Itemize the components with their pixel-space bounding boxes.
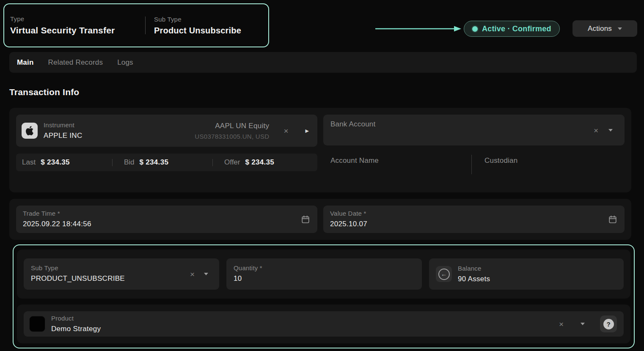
offer-value: $ 234.35 [245, 158, 274, 167]
status-badge: Active · Confirmed [464, 21, 560, 37]
calendar-icon[interactable] [608, 215, 617, 224]
clear-icon[interactable]: × [283, 127, 288, 135]
question-icon: ? [603, 319, 614, 329]
instrument-card: Instrument APPLE INC AAPL UN Equity US03… [9, 108, 631, 192]
account-info-row: Account Name Custodian [323, 155, 625, 174]
chevron-down-icon[interactable] [581, 323, 585, 325]
chevron-down-icon [618, 27, 622, 30]
subtype-value: Product Unsubscribe [154, 26, 241, 36]
quantity-value: 10 [234, 274, 415, 283]
bank-account-select[interactable]: Bank Account × [323, 115, 625, 145]
status-dot-icon [472, 26, 478, 32]
type-subtype-panel: Type Virtual Security Transfer Sub Type … [3, 3, 269, 47]
instrument-ticker-block: AAPL UN Equity US0378331005.UN, USD [195, 122, 269, 140]
instrument-isin: US0378331005.UN, USD [195, 133, 269, 140]
tab-logs[interactable]: Logs [117, 58, 133, 67]
custodian-cell: Custodian [472, 155, 517, 165]
product-value: Demo Strategy [51, 325, 101, 333]
account-name-label: Account Name [330, 156, 379, 165]
instrument-text: Instrument APPLE INC [44, 121, 83, 140]
product-label: Product [51, 315, 101, 322]
tab-related-records[interactable]: Related Records [48, 58, 103, 67]
last-value: $ 234.35 [41, 158, 70, 167]
balance-field: ← Balance 90 Assets [429, 258, 624, 290]
type-value: Virtual Security Transfer [10, 25, 145, 36]
bid-label: Bid [124, 158, 135, 167]
back-arrow-glyph: ← [441, 271, 447, 277]
bank-account-column: Bank Account × Account Name Custodian [323, 115, 625, 186]
page: Type Virtual Security Transfer Sub Type … [0, 0, 644, 351]
price-bar: Last $ 234.35 Bid $ 234.35 Offer $ 234.3… [16, 154, 317, 171]
subtype-field-label: Sub Type [31, 264, 212, 271]
help-button[interactable]: ? [600, 315, 617, 332]
clear-icon[interactable]: × [594, 126, 598, 134]
instrument-ticker: AAPL UN Equity [195, 122, 269, 130]
product-logo-icon [29, 316, 45, 332]
value-date-field[interactable]: Value Date * 2025.10.07 [323, 206, 625, 233]
subtype-group: Sub Type Product Unsubscribe [154, 16, 241, 36]
back-arrow-circle: ← [438, 269, 450, 280]
clear-icon[interactable]: × [190, 270, 195, 278]
trade-time-field[interactable]: Trade Time * 2025.09.22 18:44:56 [16, 206, 317, 233]
actions-label: Actions [588, 25, 612, 33]
apple-logo-icon [22, 123, 38, 139]
header-divider [145, 16, 146, 34]
balance-value: 90 Assets [458, 275, 490, 283]
trade-time-value: 2025.09.22 18:44:56 [23, 220, 311, 228]
bid-price: Bid $ 234.35 [124, 158, 201, 167]
instrument-column: Instrument APPLE INC AAPL UN Equity US03… [16, 115, 317, 186]
back-arrow-icon[interactable]: ← [436, 266, 452, 282]
subtype-select[interactable]: Sub Type PRODUCT_UNSUBSCRIBE × [24, 258, 219, 290]
price-divider [112, 159, 113, 166]
status-text: Active · Confirmed [482, 25, 551, 33]
product-text: Product Demo Strategy [51, 315, 101, 333]
question-glyph: ? [606, 321, 610, 328]
type-group: Type Virtual Security Transfer [10, 15, 145, 36]
subtype-text: Sub Type PRODUCT_UNSUBSCRIBE [31, 264, 212, 283]
bid-value: $ 234.35 [140, 158, 169, 167]
trade-time-label: Trade Time * [23, 210, 311, 217]
quantity-input[interactable]: Quantity * 10 [226, 258, 422, 290]
quantity-text: Quantity * 10 [234, 264, 415, 283]
highlighted-section: Sub Type PRODUCT_UNSUBSCRIBE × Quantity … [13, 244, 635, 348]
bank-account-label: Bank Account [330, 120, 617, 129]
account-name-cell: Account Name [323, 155, 471, 165]
offer-price: Offer $ 234.35 [224, 158, 274, 167]
value-date-text: Value Date * 2025.10.07 [330, 210, 618, 228]
annotation-arrow-icon [374, 25, 462, 33]
tab-bar: Main Related Records Logs [9, 52, 637, 73]
subtype-quantity-card: Sub Type PRODUCT_UNSUBSCRIBE × Quantity … [17, 250, 630, 299]
chevron-down-icon[interactable] [204, 273, 208, 275]
section-title: Transaction Info [9, 87, 79, 97]
balance-label: Balance [458, 265, 490, 272]
subtype-label: Sub Type [154, 16, 241, 23]
actions-button[interactable]: Actions [572, 20, 637, 37]
instrument-value: APPLE INC [44, 132, 83, 140]
chevron-down-icon[interactable] [608, 129, 613, 132]
quantity-label: Quantity * [234, 264, 415, 271]
product-select[interactable]: Product Demo Strategy × ? [24, 311, 624, 337]
datetime-card: Trade Time * 2025.09.22 18:44:56 Value D… [9, 199, 631, 240]
calendar-icon[interactable] [301, 215, 310, 224]
subtype-field-value: PRODUCT_UNSUBSCRIBE [31, 274, 212, 283]
instrument-label: Instrument [44, 121, 83, 129]
offer-label: Offer [224, 158, 240, 167]
last-price: Last $ 234.35 [22, 158, 101, 167]
value-date-label: Value Date * [330, 210, 618, 217]
price-divider [212, 159, 213, 166]
balance-text: Balance 90 Assets [458, 265, 490, 283]
instrument-select[interactable]: Instrument APPLE INC AAPL UN Equity US03… [16, 115, 317, 147]
trade-time-text: Trade Time * 2025.09.22 18:44:56 [23, 210, 311, 228]
value-date-value: 2025.10.07 [330, 220, 618, 228]
last-label: Last [22, 158, 36, 167]
tab-main[interactable]: Main [17, 58, 34, 67]
type-label: Type [10, 15, 145, 22]
expand-icon[interactable]: ▶ [305, 128, 309, 134]
clear-icon[interactable]: × [559, 320, 564, 328]
product-card: Product Demo Strategy × ? [17, 304, 630, 343]
custodian-label: Custodian [484, 156, 517, 165]
